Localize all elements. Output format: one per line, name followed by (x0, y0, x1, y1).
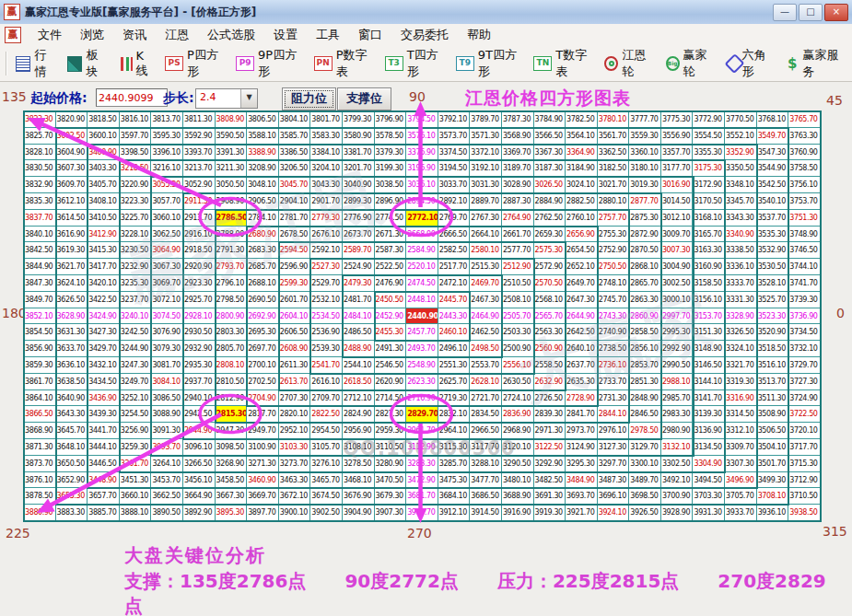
price-cell: 3652.90 (56, 472, 88, 489)
price-cell: 2935.30 (183, 357, 216, 374)
toolbar-button-9T四方形[interactable]: T99T四方形 (456, 47, 523, 80)
menu-item-工具[interactable]: 工具 (307, 24, 349, 46)
price-cell: 3900.10 (279, 505, 311, 521)
price-cell: 3609.70 (56, 177, 88, 193)
price-cell: 3408.10 (88, 193, 120, 210)
price-cell: 2479.30 (343, 275, 375, 292)
price-cell: 2971.30 (534, 423, 566, 439)
candles-icon (119, 57, 133, 71)
menu-item-公式选股[interactable]: 公式选股 (198, 24, 264, 46)
price-cell: 3254.50 (120, 406, 152, 423)
price-cell: 3907.30 (375, 505, 407, 521)
close-button[interactable]: × (824, 4, 848, 21)
price-cell: 3580.90 (343, 128, 375, 145)
minimize-button[interactable]: — (773, 4, 797, 21)
price-cell: 3741.70 (788, 275, 821, 292)
price-cell: 3172.90 (693, 177, 725, 193)
price-cell: 3182.50 (598, 160, 630, 177)
price-cell: 3040.90 (343, 177, 375, 193)
price-cell: 2599.30 (279, 275, 311, 292)
price-cell: 3535.30 (757, 227, 789, 243)
price-cell: 2484.10 (343, 308, 375, 325)
price-cell: 2788.90 (216, 227, 248, 243)
price-cell: 3676.90 (343, 488, 375, 505)
menu-item-帮助[interactable]: 帮助 (458, 24, 500, 46)
price-cell: 2745.70 (598, 292, 630, 308)
price-cell: 3405.70 (88, 177, 120, 193)
price-cell: 2481.70 (343, 292, 375, 308)
price-cell: 3168.10 (693, 210, 725, 227)
price-cell: 2781.70 (279, 210, 311, 227)
price-cell: 3228.10 (120, 227, 152, 243)
price-cell: 2832.10 (438, 406, 471, 423)
toolbar-button-P四方形[interactable]: PSP四方形 (165, 47, 225, 80)
price-cell: 2868.10 (629, 259, 661, 275)
toolbar-button-六角形[interactable]: 六角形 (727, 47, 775, 80)
menu-item-江恩[interactable]: 江恩 (156, 24, 198, 46)
price-cell: 3446.50 (88, 456, 120, 472)
support-button[interactable]: 支撑位 (337, 87, 391, 110)
price-cell: 3763.30 (788, 128, 821, 145)
menu-item-浏览[interactable]: 浏览 (71, 24, 113, 46)
start-price-input[interactable] (96, 88, 168, 107)
price-cell: 2841.70 (566, 406, 598, 423)
maximize-button[interactable]: □ (799, 4, 823, 21)
t3-badge-icon: T3 (385, 56, 403, 71)
price-cell: 2474.50 (406, 275, 438, 292)
resistance-button[interactable]: 阻力位 (282, 87, 336, 110)
price-cell: 3177.70 (661, 160, 694, 177)
pressure-levels: 压力：225度2815点 (497, 570, 679, 592)
toolbar-button-9P四方形[interactable]: P99P四方形 (236, 47, 303, 80)
key-level-cell: 2772.10 (406, 210, 438, 227)
price-cell: 2496.10 (438, 341, 471, 357)
toolbar-button-赢家轮[interactable]: Big赢家轮 (666, 47, 716, 80)
price-cell: 2517.70 (438, 259, 471, 275)
toolbar-button-K线[interactable]: K线 (119, 49, 154, 79)
chevron-down-icon[interactable]: ▼ (240, 89, 257, 108)
toolbar-button-板块[interactable]: 板块 (67, 47, 108, 80)
key-level-cell: 2829.70 (406, 406, 438, 423)
price-cell: 2656.90 (566, 227, 598, 243)
price-cell: 3206.50 (279, 160, 311, 177)
price-cell: 3489.70 (629, 472, 661, 489)
toolbar-button-P数字表[interactable]: PNP数字表 (314, 47, 374, 80)
toolbar-button-江恩轮[interactable]: 江恩轮 (604, 47, 654, 80)
price-cell: 3835.30 (24, 193, 56, 210)
price-cell: 3828.10 (24, 145, 56, 161)
price-cell: 2872.90 (629, 227, 661, 243)
menu-item-设置[interactable]: 设置 (264, 24, 307, 46)
price-cell: 3000.10 (661, 292, 694, 308)
menu-item-文件[interactable]: 文件 (29, 24, 71, 46)
price-cell: 2491.30 (375, 341, 407, 357)
price-cell: 2613.70 (279, 374, 311, 390)
price-cell: 3396.10 (151, 145, 183, 161)
price-cell: 3871.30 (24, 439, 56, 456)
price-cell: 3350.50 (725, 160, 757, 177)
toolbar-button-赢家服务[interactable]: $赢家服务 (786, 47, 846, 80)
price-cell: 3758.50 (788, 160, 821, 177)
step-combobox[interactable]: 2.4 ▼ (195, 88, 258, 109)
price-cell: 3266.50 (183, 456, 216, 472)
price-cell: 2740.90 (598, 324, 630, 341)
degree-label-315: 315 (823, 524, 847, 539)
price-cell: 3300.10 (629, 456, 661, 472)
menu-item-资讯[interactable]: 资讯 (113, 24, 156, 46)
toolbar-button-T四方形[interactable]: T3T四方形 (385, 47, 445, 80)
price-cell: 3595.30 (151, 128, 183, 145)
price-cell: 3482.50 (534, 472, 566, 489)
toolbar-button-T数字表[interactable]: TNT数字表 (533, 47, 593, 80)
price-cell: 2572.90 (534, 259, 566, 275)
price-cell: 3324.10 (725, 341, 757, 357)
menu-item-交易委托[interactable]: 交易委托 (391, 24, 458, 46)
price-cell: 3345.70 (725, 193, 757, 210)
price-cell: 3616.90 (56, 227, 88, 243)
toolbar-button-行情[interactable]: 行情 (16, 47, 56, 80)
price-cell: 2596.90 (279, 259, 311, 275)
menu-item-窗口[interactable]: 窗口 (349, 24, 391, 46)
price-cell: 2539.30 (310, 341, 343, 357)
price-cell: 2527.30 (310, 259, 343, 275)
price-cell: 3362.50 (598, 145, 630, 161)
price-cell: 3744.10 (788, 259, 821, 275)
price-cell: 3127.30 (598, 439, 630, 456)
price-cell: 3820.90 (56, 111, 88, 128)
